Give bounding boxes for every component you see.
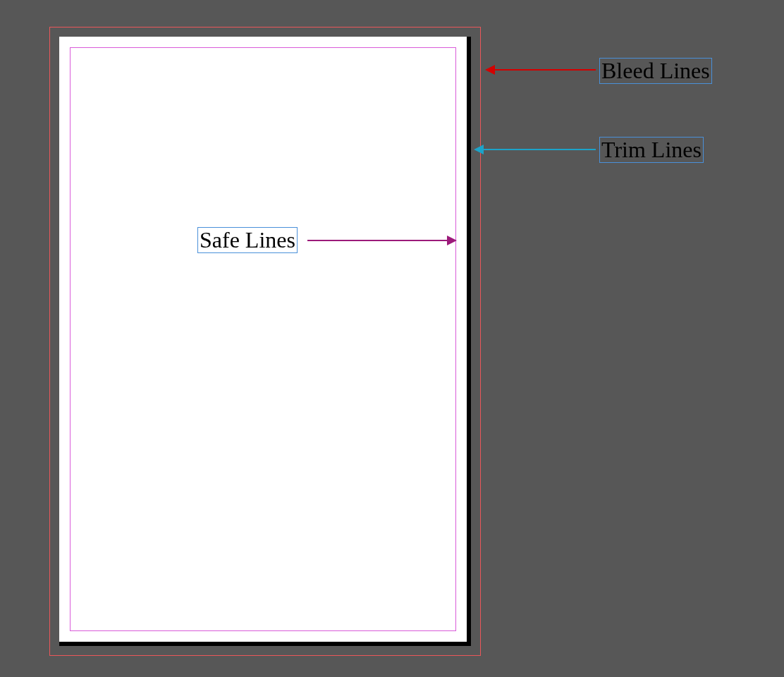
safe-lines-label: Safe Lines: [197, 227, 298, 253]
trim-arrow: [474, 145, 596, 154]
svg-marker-1: [485, 65, 495, 75]
trim-lines-label: Trim Lines: [599, 137, 704, 163]
diagram-canvas: Safe Lines Bleed Lines Trim Lines: [0, 0, 784, 677]
bleed-arrow: [485, 65, 596, 75]
bleed-lines-label: Bleed Lines: [599, 58, 712, 84]
safe-lines-box: [70, 47, 456, 631]
